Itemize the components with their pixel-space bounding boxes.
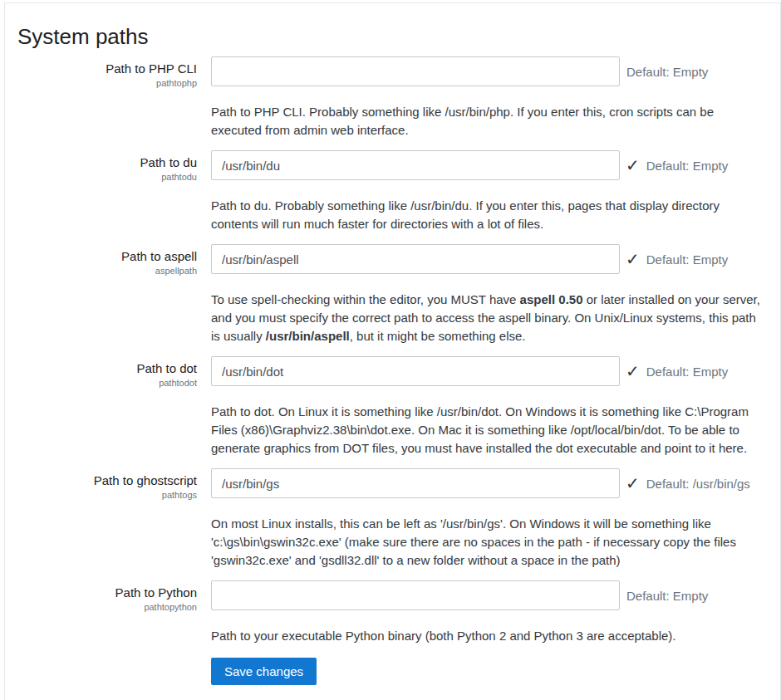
setting-label-column: Path to ghostscript pathtogs — [17, 468, 197, 570]
setting-control-column: ✓ Default: Empty To use spell-checking w… — [211, 244, 765, 345]
setting-label: Path to Python — [17, 585, 197, 600]
setting-control-line: ✓ Default: Empty — [211, 580, 765, 610]
save-button[interactable]: Save changes — [211, 658, 317, 685]
setting-control-line: ✓ Default: Empty — [211, 244, 765, 274]
default-note: Default: Empty — [626, 65, 708, 79]
setting-label-column: Path to dot pathtodot — [17, 356, 197, 458]
settings-card: System paths Path to PHP CLI pathtophp ✓… — [4, 2, 781, 700]
setting-description: Path to your executable Python binary (b… — [211, 627, 765, 645]
setting-row: Path to dot pathtodot ✓ Default: Empty P… — [17, 356, 765, 458]
setting-control-column: ✓ Default: Empty Path to du. Probably so… — [211, 150, 765, 233]
setting-row: Path to ghostscript pathtogs ✓ Default: … — [17, 468, 765, 570]
default-note: Default: Empty — [646, 252, 728, 267]
setting-control-column: ✓ Default: Empty Path to dot. On Linux i… — [211, 356, 765, 458]
setting-id: pathtodu — [17, 170, 197, 184]
setting-label-column: Path to PHP CLI pathtophp — [17, 56, 197, 140]
save-row: Save changes — [211, 658, 765, 685]
setting-row: Path to Python pathtopython ✓ Default: E… — [17, 580, 765, 645]
setting-input[interactable] — [211, 356, 620, 386]
setting-label-column: Path to du pathtodu — [17, 150, 197, 233]
check-icon: ✓ — [626, 157, 640, 174]
default-note: Default: /usr/bin/gs — [646, 477, 750, 491]
setting-input[interactable] — [211, 56, 620, 86]
setting-label: Path to ghostscript — [17, 472, 197, 488]
setting-id: pathtogs — [17, 488, 197, 502]
setting-control-line: ✓ Default: /usr/bin/gs — [211, 468, 765, 498]
setting-id: pathtopython — [17, 600, 197, 614]
setting-label: Path to du — [17, 154, 197, 170]
page-title: System paths — [17, 22, 765, 51]
setting-id: aspellpath — [17, 264, 197, 278]
settings-form: Path to PHP CLI pathtophp ✓ Default: Emp… — [17, 56, 765, 645]
setting-label-column: Path to aspell aspellpath — [17, 244, 197, 345]
check-icon: ✓ — [626, 363, 640, 379]
setting-description: Path to du. Probably something like /usr… — [211, 197, 765, 233]
check-icon: ✓ — [626, 251, 640, 267]
setting-id: pathtodot — [17, 376, 197, 390]
default-note: Default: Empty — [646, 159, 728, 173]
setting-input[interactable] — [211, 150, 620, 180]
check-icon: ✓ — [626, 475, 640, 492]
setting-description: Path to PHP CLI. Probably something like… — [211, 103, 765, 140]
setting-control-line: ✓ Default: Empty — [211, 56, 765, 86]
setting-description: To use spell-checking within the editor,… — [211, 291, 765, 345]
setting-label: Path to PHP CLI — [17, 61, 197, 76]
setting-input[interactable] — [211, 468, 620, 498]
setting-row: Path to du pathtodu ✓ Default: Empty Pat… — [17, 150, 765, 233]
setting-input[interactable] — [211, 244, 620, 274]
setting-row: Path to PHP CLI pathtophp ✓ Default: Emp… — [17, 56, 765, 140]
default-note: Default: Empty — [646, 365, 728, 379]
setting-control-line: ✓ Default: Empty — [211, 356, 765, 386]
default-note: Default: Empty — [626, 589, 708, 603]
setting-description: On most Linux installs, this can be left… — [211, 515, 765, 570]
setting-input[interactable] — [211, 580, 620, 610]
setting-label: Path to aspell — [17, 248, 197, 264]
setting-control-line: ✓ Default: Empty — [211, 150, 765, 180]
setting-control-column: ✓ Default: Empty Path to PHP CLI. Probab… — [211, 56, 765, 140]
setting-label: Path to dot — [17, 360, 197, 376]
setting-id: pathtophp — [17, 76, 197, 91]
setting-control-column: ✓ Default: /usr/bin/gs On most Linux ins… — [211, 468, 765, 570]
setting-description: Path to dot. On Linux it is something li… — [211, 403, 765, 458]
setting-control-column: ✓ Default: Empty Path to your executable… — [211, 580, 765, 645]
setting-row: Path to aspell aspellpath ✓ Default: Emp… — [17, 244, 765, 345]
setting-label-column: Path to Python pathtopython — [17, 580, 197, 645]
